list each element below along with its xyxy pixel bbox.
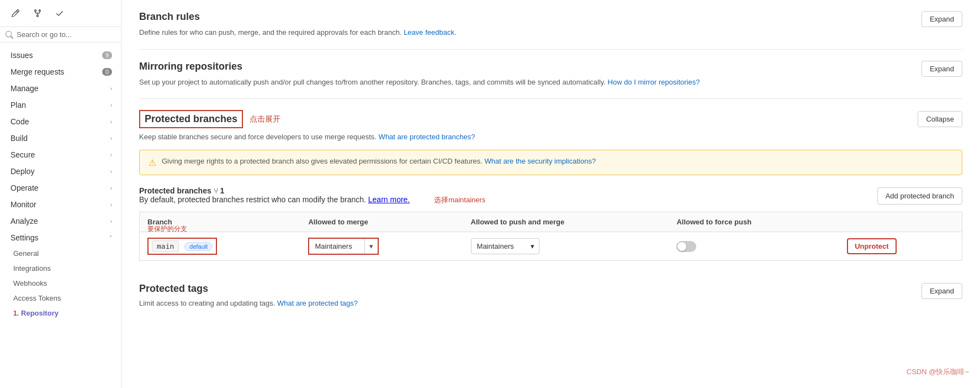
fork-icon-btn[interactable] (29, 4, 46, 22)
code-chevron: › (110, 119, 112, 125)
allowed-push-select[interactable]: Maintainers (471, 238, 526, 254)
analyze-chevron: › (110, 218, 112, 224)
settings-chevron: ˅ (109, 235, 112, 241)
allowed-merge-col-header: Allowed to merge (300, 212, 463, 232)
protected-tags-expand-btn[interactable]: Expand (921, 283, 962, 299)
sidebar-subitem-webhooks[interactable]: Webhooks (0, 276, 121, 291)
branch-icon: ⑂ (214, 186, 220, 195)
branch-rules-expand-btn[interactable]: Expand (921, 11, 962, 27)
branch-rules-title: Branch rules (139, 11, 457, 23)
unprotect-btn[interactable]: Unprotect (847, 238, 896, 254)
add-protected-branch-btn[interactable]: Add protected branch (877, 187, 962, 205)
protected-branches-header: Protected branches 点击展开 Collapse (139, 110, 962, 128)
sidebar: Search or go to... Issues 9 Merge reques… (0, 0, 121, 388)
branch-table: Branch Allowed to merge Allowed to push … (139, 212, 962, 261)
monitor-chevron: › (110, 202, 112, 208)
allowed-merge-cell: Maintainers ▾ (300, 232, 463, 261)
mirroring-expand-btn[interactable]: Expand (921, 61, 962, 77)
branch-rules-section: Branch rules Define rules for who can pu… (139, 0, 962, 50)
sidebar-item-code[interactable]: Code › (0, 113, 121, 130)
search-bar[interactable]: Search or go to... (0, 27, 121, 43)
table-row: 要保护的分支 main default Maintainers ▾ (140, 232, 962, 261)
chinese-branch-label: 要保护的分支 (147, 224, 187, 234)
sidebar-item-operate[interactable]: Operate › (0, 180, 121, 196)
pencil-icon-btn[interactable] (7, 4, 24, 22)
allowed-push-col-header: Allowed to push and merge (463, 212, 669, 232)
branch-name-wrapper: main default (147, 238, 217, 255)
operate-chevron: › (110, 185, 112, 191)
check-icon-btn[interactable] (51, 4, 68, 22)
unprotect-cell: Unprotect (839, 232, 962, 261)
allowed-push-cell: Maintainers ▾ (463, 232, 669, 261)
protected-branches-desc: Keep stable branches secure and force de… (139, 133, 962, 141)
learn-more-link[interactable]: Learn more. (368, 195, 410, 204)
branch-count: 1 (220, 186, 225, 195)
actions-col-header (839, 212, 962, 232)
sidebar-item-plan[interactable]: Plan › (0, 97, 121, 113)
build-chevron: › (110, 135, 112, 141)
repository-label: Repository (21, 309, 59, 317)
protected-tags-header: Protected tags Limit access to creating … (139, 283, 962, 307)
merge-requests-badge: 0 (102, 68, 112, 76)
sidebar-item-manage[interactable]: Manage › (0, 80, 121, 97)
manage-chevron: › (110, 86, 112, 92)
mirroring-section: Mirroring repositories Set up your proje… (139, 50, 962, 99)
protected-branches-link[interactable]: What are protected branches? (379, 133, 475, 141)
secure-chevron: › (110, 152, 112, 158)
sidebar-item-monitor[interactable]: Monitor › (0, 196, 121, 213)
search-label: Search or go to... (17, 30, 72, 39)
access-tokens-label: Access Tokens (13, 294, 61, 302)
table-header-row: Branch Allowed to merge Allowed to push … (140, 212, 962, 232)
mirroring-header: Mirroring repositories Set up your proje… (139, 61, 962, 88)
allowed-push-wrapper: Maintainers ▾ (471, 238, 539, 254)
branch-rules-link[interactable]: Leave feedback. (404, 28, 456, 36)
default-badge: default (184, 242, 213, 251)
sidebar-subitem-repository[interactable]: 1. Repository (0, 306, 121, 321)
sidebar-item-secure[interactable]: Secure › (0, 146, 121, 163)
sidebar-item-issues[interactable]: Issues 9 (0, 47, 121, 64)
sidebar-item-build[interactable]: Build › (0, 130, 121, 146)
security-implications-link[interactable]: What are the security implications? (485, 157, 596, 165)
protected-tags-section: Protected tags Limit access to creating … (139, 272, 962, 318)
issues-badge: 9 (102, 51, 112, 59)
mirroring-desc: Set up your project to automatically pus… (139, 77, 700, 88)
force-push-toggle[interactable] (676, 241, 696, 252)
toggle-knob (677, 242, 686, 251)
allowed-merge-arrow: ▾ (364, 239, 378, 254)
sidebar-subitem-integrations[interactable]: Integrations (0, 261, 121, 276)
sidebar-subitem-access-tokens[interactable]: Access Tokens (0, 291, 121, 306)
watermark: CSDN @快乐咖啡~ (907, 367, 969, 377)
sidebar-item-settings[interactable]: Settings ˅ (0, 229, 121, 246)
sidebar-item-analyze[interactable]: Analyze › (0, 213, 121, 229)
protected-table-title: Protected branches (139, 186, 211, 195)
collapse-btn[interactable]: Collapse (918, 111, 962, 127)
protected-tags-title: Protected tags (139, 283, 358, 295)
allowed-merge-select[interactable]: Maintainers (309, 239, 364, 254)
sidebar-top-icons (0, 0, 121, 27)
toggle-wrapper (676, 241, 831, 252)
mirroring-link[interactable]: How do I mirror repositories? (608, 78, 700, 86)
protected-branches-section: Protected branches 点击展开 Collapse Keep st… (139, 99, 962, 272)
warning-text: Giving merge rights to a protected branc… (162, 157, 596, 165)
branch-rules-desc: Define rules for who can push, merge, an… (139, 27, 457, 38)
main-content: Branch rules Define rules for who can pu… (121, 0, 980, 388)
sidebar-nav: Issues 9 Merge requests 0 Manage › Plan … (0, 43, 121, 388)
mirroring-title: Mirroring repositories (139, 61, 700, 72)
chinese-maintainers-label: 选择maintainers (434, 196, 485, 204)
protected-table-header-row: Protected branches ⑂ 1 By default, prote… (139, 186, 962, 205)
allowed-merge-wrapper: Maintainers ▾ (308, 238, 379, 255)
protected-tags-link[interactable]: What are protected tags? (277, 299, 358, 307)
protected-table-info: Protected branches ⑂ 1 By default, prote… (139, 186, 485, 205)
branch-name-value: main (152, 240, 179, 252)
protected-title-wrapper: Protected branches 点击展开 (139, 110, 280, 128)
merge-requests-label: Merge requests (10, 67, 64, 76)
branch-name-cell: 要保护的分支 main default (140, 232, 301, 261)
allowed-push-arrow: ▾ (526, 238, 539, 254)
sidebar-subitem-general[interactable]: General (0, 246, 121, 261)
issues-label: Issues (10, 51, 33, 60)
force-push-col-header: Allowed to force push (669, 212, 839, 232)
sidebar-item-deploy[interactable]: Deploy › (0, 163, 121, 180)
force-push-cell (669, 232, 839, 261)
protected-branches-title: Protected branches (139, 110, 243, 128)
sidebar-item-merge-requests[interactable]: Merge requests 0 (0, 64, 121, 80)
